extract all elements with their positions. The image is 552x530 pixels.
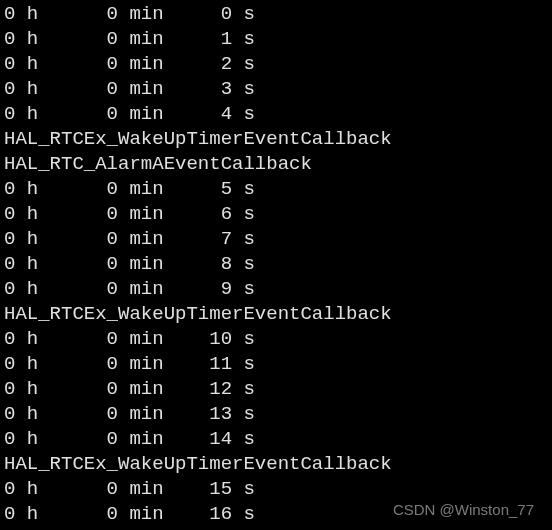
terminal-time-line: 0 h 0 min 13 s	[4, 402, 548, 427]
terminal-time-line: 0 h 0 min 11 s	[4, 352, 548, 377]
terminal-time-line: 0 h 0 min 0 s	[4, 2, 548, 27]
terminal-time-line: 0 h 0 min 16 s	[4, 502, 548, 527]
terminal-time-line: 0 h 0 min 3 s	[4, 77, 548, 102]
terminal-time-line: 0 h 0 min 9 s	[4, 277, 548, 302]
terminal-time-line: 0 h 0 min 6 s	[4, 202, 548, 227]
terminal-time-line: 0 h 0 min 2 s	[4, 52, 548, 77]
terminal-message-line: HAL_RTCEx_WakeUpTimerEventCallback	[4, 452, 548, 477]
terminal-message-line: HAL_RTC_AlarmAEventCallback	[4, 152, 548, 177]
terminal-time-line: 0 h 0 min 12 s	[4, 377, 548, 402]
terminal-time-line: 0 h 0 min 15 s	[4, 477, 548, 502]
terminal-time-line: 0 h 0 min 7 s	[4, 227, 548, 252]
terminal-time-line: 0 h 0 min 1 s	[4, 27, 548, 52]
terminal-time-line: 0 h 0 min 10 s	[4, 327, 548, 352]
terminal-time-line: 0 h 0 min 5 s	[4, 177, 548, 202]
terminal-message-line: HAL_RTCEx_WakeUpTimerEventCallback	[4, 302, 548, 327]
terminal-message-line: HAL_RTCEx_WakeUpTimerEventCallback	[4, 127, 548, 152]
terminal-time-line: 0 h 0 min 4 s	[4, 102, 548, 127]
terminal-time-line: 0 h 0 min 8 s	[4, 252, 548, 277]
terminal-time-line: 0 h 0 min 14 s	[4, 427, 548, 452]
terminal-output: 0 h 0 min 0 s0 h 0 min 1 s0 h 0 min 2 s0…	[0, 0, 552, 529]
